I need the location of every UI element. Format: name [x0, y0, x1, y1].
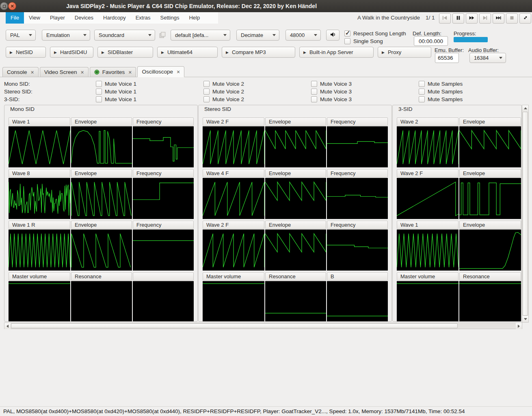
stereo-sid-mute-voice-2-checkbox[interactable]: Mute Voice 2 [203, 89, 311, 95]
oscilloscope-display [133, 230, 194, 271]
driver-select[interactable]: default [defa... [171, 30, 230, 41]
status-bar: PAL, MOS8580(at 0xd400)+MOS8580(at 0xd42… [0, 406, 532, 416]
stereo-sid-mute-voice-3-checkbox[interactable]: Mute Voice 3 [311, 89, 419, 95]
audio-settings-icon [158, 31, 167, 39]
menu-item-help[interactable]: Help [184, 12, 205, 24]
menu-item-hardcopy[interactable]: Hardcopy [98, 12, 131, 24]
chevron-down-icon [83, 34, 87, 36]
stop-icon [509, 15, 515, 22]
fast-forward-button[interactable] [466, 13, 478, 24]
scroll-up-icon[interactable] [522, 105, 528, 111]
tab-video-screen[interactable]: Video Screen× [40, 67, 89, 77]
scroll-right-icon[interactable] [516, 323, 522, 329]
tab-favorites[interactable]: Favorites× [90, 67, 136, 77]
close-tab-icon[interactable]: × [177, 69, 180, 75]
close-tab-icon[interactable]: × [31, 69, 34, 76]
play-icon: ▶ [161, 50, 164, 54]
built-in-app-server-button[interactable]: ▶Built-in App Server [299, 47, 374, 58]
netsid-button[interactable]: ▶NetSID [6, 47, 46, 58]
oscilloscope-display [203, 230, 264, 271]
tab-oscilloscope[interactable]: Oscilloscope× [137, 66, 184, 77]
scope-panel-label: Wave 2 F [203, 221, 264, 229]
play-icon: ▶ [54, 50, 57, 54]
menu-item-player[interactable]: Player [45, 12, 70, 24]
oscilloscope-display [9, 281, 70, 322]
emu-buffer-input[interactable] [435, 53, 459, 63]
3-sid-mute-voice-1-checkbox[interactable]: Mute Voice 1 [96, 96, 203, 102]
respect-song-length-checkbox[interactable]: Respect Song Length [344, 30, 406, 37]
scope-panel-frequency: Frequency [133, 169, 194, 219]
proxy-button[interactable]: ▶Proxy [378, 47, 431, 58]
checkbox-box [96, 81, 102, 87]
sidblaster-button[interactable]: ▶SIDBlaster [97, 47, 153, 58]
song-title: A Walk in the Countryside [357, 15, 420, 21]
stereo-sid-mute-samples-checkbox[interactable]: Mute Samples [419, 89, 463, 95]
menu-item-view[interactable]: View [24, 12, 45, 24]
compare-mp3-button[interactable]: ▶Compare MP3 [222, 47, 295, 58]
mono-sid-mute-voice-1-checkbox[interactable]: Mute Voice 1 [96, 81, 203, 87]
pause-button[interactable] [452, 13, 464, 24]
horizontal-scrollbar[interactable] [4, 323, 522, 329]
3-sid-mute-voice-2-checkbox[interactable]: Mute Voice 2 [203, 96, 311, 102]
window-close-icon[interactable]: ✕ [8, 2, 16, 10]
menu-item-devices[interactable]: Devices [70, 12, 98, 24]
engine-select[interactable]: Emulation [42, 30, 90, 41]
checkbox-box [311, 81, 317, 87]
close-tab-icon[interactable]: × [128, 69, 132, 76]
scope-panel-label: Wave 4 F [203, 169, 264, 178]
ultimate64-button[interactable]: ▶Ultimate64 [157, 47, 218, 58]
minimize-player-button[interactable] [519, 13, 531, 24]
checkbox-box [96, 96, 102, 102]
audio-buffer-select[interactable]: 16384 [469, 53, 506, 63]
tab-label: Oscilloscope [142, 69, 173, 75]
oscilloscope-display [265, 126, 326, 167]
oscilloscope-display [71, 281, 132, 322]
chevron-down-icon [272, 34, 276, 36]
mono-sid-mute-samples-checkbox[interactable]: Mute Samples [419, 81, 463, 87]
3-sid-mute-voice-3-checkbox[interactable]: Mute Voice 3 [311, 96, 419, 102]
menu-item-extras[interactable]: Extras [131, 12, 156, 24]
scope-panel-label: Wave 1 [397, 221, 458, 229]
scroll-left-icon[interactable] [4, 323, 11, 329]
single-song-checkbox[interactable]: Single Song [344, 38, 383, 44]
scope-panel-frequency: Frequency [133, 117, 194, 167]
mono-sid-mute-voice-2-checkbox[interactable]: Mute Voice 2 [203, 81, 311, 87]
scope-panel-resonance: Resonance [459, 272, 521, 322]
oscilloscope-display [203, 126, 264, 167]
audio-device-select[interactable]: Soundcard [94, 30, 155, 41]
checkbox-box [203, 96, 210, 102]
oscilloscope-display [265, 281, 326, 322]
oscilloscope-display [133, 126, 194, 167]
samplerate-select[interactable]: 48000 [285, 30, 321, 41]
window-title: Java SIDPlay2 - Music Player & C64 SID C… [66, 0, 317, 12]
menu-item-file[interactable]: File [6, 12, 24, 24]
tab-console[interactable]: Console× [2, 67, 39, 77]
stop-button[interactable] [506, 13, 518, 24]
previous-button[interactable] [439, 13, 451, 24]
scroll-down-icon[interactable] [522, 316, 528, 322]
checkbox-box [419, 89, 425, 95]
vertical-scroll-thumb[interactable] [523, 112, 528, 316]
close-tab-icon[interactable]: × [81, 69, 84, 76]
next-button[interactable] [479, 13, 491, 24]
3-sid-mute-samples-checkbox[interactable]: Mute Samples [419, 96, 463, 102]
horizontal-scroll-thumb[interactable] [11, 323, 458, 328]
def-length-input[interactable] [414, 36, 448, 46]
oscilloscope-display [459, 126, 521, 167]
sid-row-label: Stereo SID: [4, 89, 96, 95]
menu-item-settings[interactable]: Settings [156, 12, 184, 24]
volume-button[interactable] [326, 30, 340, 41]
scope-panel-label: Wave 2 F [397, 169, 458, 178]
stereo-sid-mute-voice-1-checkbox[interactable]: Mute Voice 1 [96, 89, 203, 95]
window-maximize-icon[interactable] [0, 2, 8, 10]
video-standard-select[interactable]: PAL [6, 30, 36, 41]
oscilloscope-display [397, 230, 458, 271]
sampling-method-select[interactable]: Decimate [236, 30, 279, 41]
skip-to-end-button[interactable] [493, 13, 504, 24]
scope-panel-label: Master volume [203, 272, 264, 281]
mono-sid-mute-voice-3-checkbox[interactable]: Mute Voice 3 [311, 81, 419, 87]
scope-panel-wave-1-r: Wave 1 R [9, 221, 70, 271]
vertical-scrollbar[interactable] [522, 105, 529, 323]
scope-panel-label: Frequency [133, 169, 194, 178]
hardsid4u-button[interactable]: ▶HardSID4U [50, 47, 93, 58]
